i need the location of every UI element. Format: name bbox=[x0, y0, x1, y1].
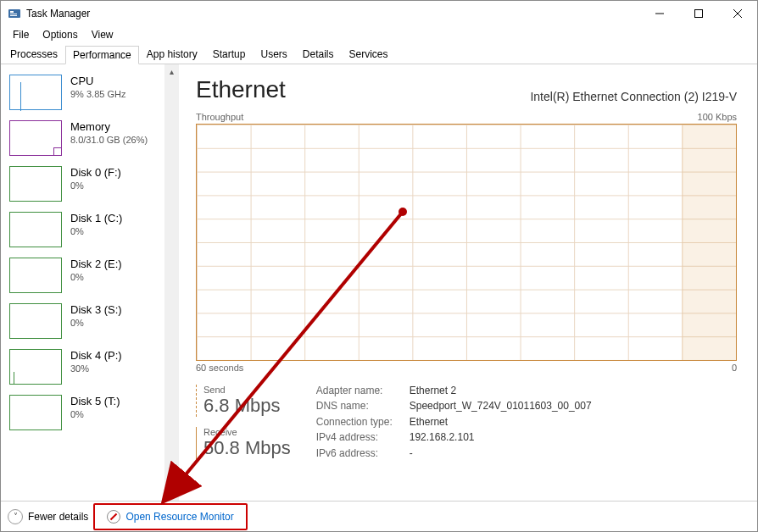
fewer-details-label: Fewer details bbox=[28, 511, 88, 523]
disk-thumb-graph bbox=[9, 212, 62, 247]
sidebar-item-sub: 0% bbox=[70, 318, 122, 328]
ipv4-label: IPv4 address: bbox=[316, 431, 410, 443]
adapter-model: Intel(R) Ethernet Connection (2) I219-V bbox=[530, 90, 737, 103]
task-manager-window: Task Manager File Options View Processes… bbox=[0, 0, 758, 532]
sidebar-item-title: Memory bbox=[70, 120, 148, 133]
ipv6-label: IPv6 address: bbox=[316, 447, 410, 459]
disk-thumb-graph bbox=[9, 166, 62, 202]
content: CPU 9% 3.85 GHz Memory 8.0/31.0 GB (26%)… bbox=[1, 64, 757, 501]
sidebar-item-title: Disk 4 (P:) bbox=[70, 349, 122, 362]
ipv4-value: 192.168.2.101 bbox=[410, 431, 592, 443]
sidebar-item-sub: 0% bbox=[70, 180, 121, 191]
sidebar-item-disk1[interactable]: Disk 1 (C:) 0% bbox=[6, 207, 164, 252]
adapter-name-label: Adapter name: bbox=[316, 385, 410, 396]
chart-bottom-labels: 60 seconds 0 bbox=[196, 363, 737, 373]
sidebar-item-disk2[interactable]: Disk 2 (E:) 0% bbox=[6, 252, 164, 298]
disk-thumb-graph bbox=[9, 258, 62, 293]
annotation-highlight: Open Resource Monitor bbox=[93, 503, 247, 530]
chart-recent-shade bbox=[682, 125, 736, 360]
receive-value: 50.8 Mbps bbox=[203, 437, 291, 459]
receive-stat: Receive 50.8 Mbps bbox=[196, 427, 291, 459]
footer: ˅ Fewer details Open Resource Monitor bbox=[1, 501, 757, 531]
fewer-details-button[interactable]: ˅ Fewer details bbox=[8, 509, 88, 524]
dns-name-value: Speedport_W_724V_01011603_00_007 bbox=[410, 400, 592, 412]
svg-rect-5 bbox=[695, 10, 703, 18]
scroll-up-icon[interactable]: ▴ bbox=[164, 64, 179, 79]
sidebar-item-sub: 8.0/31.0 GB (26%) bbox=[70, 135, 148, 145]
titlebar[interactable]: Task Manager bbox=[1, 1, 757, 26]
send-value: 6.8 Mbps bbox=[203, 395, 291, 417]
chart-label-0: 0 bbox=[732, 363, 737, 373]
open-resource-monitor-label: Open Resource Monitor bbox=[125, 511, 233, 523]
tab-performance[interactable]: Performance bbox=[65, 46, 139, 64]
scroll-track[interactable] bbox=[164, 79, 179, 486]
sidebar-item-disk4[interactable]: Disk 4 (P:) 30% bbox=[6, 344, 164, 390]
menu-view[interactable]: View bbox=[85, 27, 120, 42]
send-label: Send bbox=[203, 385, 291, 395]
sidebar-item-title: Disk 0 (F:) bbox=[70, 166, 121, 179]
memory-thumb-graph bbox=[9, 120, 62, 156]
svg-rect-3 bbox=[10, 15, 17, 16]
sidebar-item-memory[interactable]: Memory 8.0/31.0 GB (26%) bbox=[6, 115, 164, 161]
tab-processes[interactable]: Processes bbox=[3, 45, 65, 64]
header: Ethernet Intel(R) Ethernet Connection (2… bbox=[196, 76, 737, 103]
menubar: File Options View bbox=[1, 26, 757, 43]
sidebar-item-sub: 0% bbox=[70, 226, 122, 236]
chart-top-labels: Throughput 100 Kbps bbox=[196, 112, 737, 122]
tab-bar: Processes Performance App history Startu… bbox=[1, 43, 757, 64]
chart-label-max: 100 Kbps bbox=[698, 112, 737, 122]
throughput-stats: Send 6.8 Mbps Receive 50.8 Mbps bbox=[196, 385, 291, 459]
send-stat: Send 6.8 Mbps bbox=[196, 385, 291, 417]
sidebar-item-disk0[interactable]: Disk 0 (F:) 0% bbox=[6, 161, 164, 207]
sidebar-item-sub: 9% 3.85 GHz bbox=[70, 89, 125, 99]
sidebar-item-sub: 0% bbox=[70, 272, 122, 282]
sidebar-item-disk3[interactable]: Disk 3 (S:) 0% bbox=[6, 298, 164, 344]
tab-users[interactable]: Users bbox=[253, 45, 294, 64]
sidebar-item-cpu[interactable]: CPU 9% 3.85 GHz bbox=[6, 69, 164, 115]
svg-rect-2 bbox=[10, 14, 17, 14]
connection-type-value: Ethernet bbox=[410, 416, 592, 428]
connection-type-label: Connection type: bbox=[316, 416, 410, 428]
sidebar-item-title: Disk 1 (C:) bbox=[70, 212, 122, 224]
receive-label: Receive bbox=[203, 427, 291, 437]
maximize-button[interactable] bbox=[679, 1, 718, 26]
close-button[interactable] bbox=[718, 1, 757, 26]
sidebar-item-title: Disk 5 (T:) bbox=[70, 395, 120, 407]
menu-file[interactable]: File bbox=[6, 27, 36, 42]
adapter-details: Adapter name: Ethernet 2 DNS name: Speed… bbox=[316, 385, 592, 459]
adapter-name-value: Ethernet 2 bbox=[410, 385, 592, 396]
page-title: Ethernet bbox=[196, 76, 286, 103]
chart-label-60s: 60 seconds bbox=[196, 363, 243, 373]
sidebar-item-title: Disk 3 (S:) bbox=[70, 303, 122, 316]
sidebar-item-title: Disk 2 (E:) bbox=[70, 258, 122, 270]
stats: Send 6.8 Mbps Receive 50.8 Mbps Adapter … bbox=[196, 385, 737, 459]
sidebar-scrollbar[interactable]: ▴ ▾ bbox=[164, 64, 179, 501]
sidebar-list[interactable]: CPU 9% 3.85 GHz Memory 8.0/31.0 GB (26%)… bbox=[1, 64, 164, 501]
open-resource-monitor-button[interactable]: Open Resource Monitor bbox=[98, 507, 242, 527]
sidebar: CPU 9% 3.85 GHz Memory 8.0/31.0 GB (26%)… bbox=[1, 64, 179, 501]
cpu-thumb-graph bbox=[9, 75, 62, 110]
ipv6-value: - bbox=[410, 447, 592, 459]
window-controls bbox=[640, 1, 757, 26]
menu-options[interactable]: Options bbox=[36, 27, 84, 42]
resource-monitor-icon bbox=[107, 510, 120, 524]
sidebar-item-title: CPU bbox=[70, 75, 125, 87]
minimize-button[interactable] bbox=[640, 1, 679, 26]
svg-rect-1 bbox=[10, 11, 14, 13]
tab-details[interactable]: Details bbox=[295, 45, 342, 64]
dns-name-label: DNS name: bbox=[316, 400, 410, 412]
tab-app-history[interactable]: App history bbox=[139, 45, 205, 64]
scroll-down-icon[interactable]: ▾ bbox=[164, 486, 179, 501]
chart-label-throughput: Throughput bbox=[196, 112, 243, 122]
sidebar-item-sub: 0% bbox=[70, 409, 120, 419]
tab-services[interactable]: Services bbox=[342, 45, 396, 64]
disk-thumb-graph bbox=[9, 303, 62, 339]
tab-startup[interactable]: Startup bbox=[205, 45, 254, 64]
disk-thumb-graph bbox=[9, 349, 62, 385]
disk-thumb-graph bbox=[9, 395, 62, 430]
main-panel: Ethernet Intel(R) Ethernet Connection (2… bbox=[179, 64, 757, 501]
chevron-down-icon: ˅ bbox=[8, 509, 23, 524]
sidebar-item-disk5[interactable]: Disk 5 (T:) 0% bbox=[6, 390, 164, 435]
throughput-chart[interactable] bbox=[196, 124, 737, 361]
sidebar-item-sub: 30% bbox=[70, 363, 122, 374]
